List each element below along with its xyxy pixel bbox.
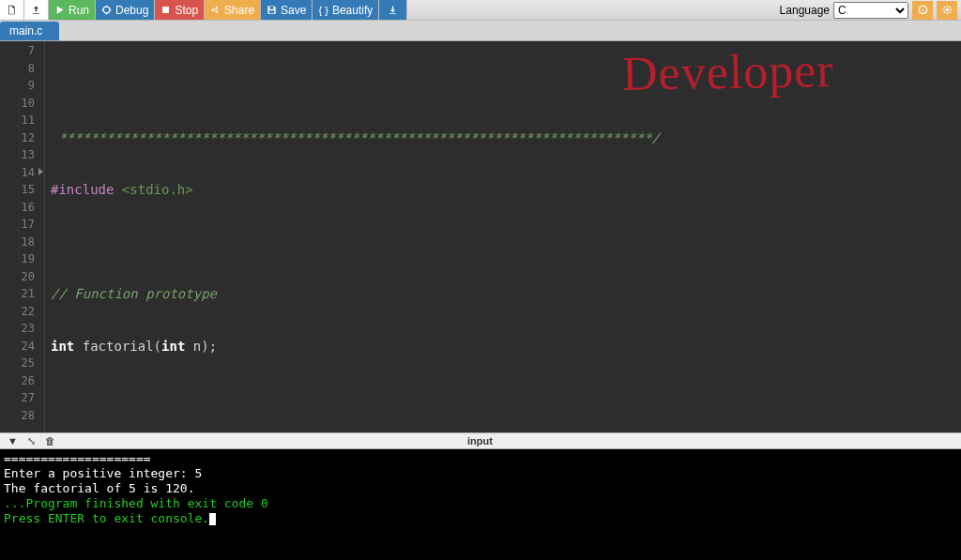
language-area: Language C i bbox=[776, 0, 961, 20]
beautify-button[interactable]: { }Beautify bbox=[313, 0, 379, 20]
tab-bar: main.c bbox=[0, 21, 961, 41]
stop-label: Stop bbox=[175, 4, 198, 17]
code-line bbox=[51, 77, 961, 95]
main-toolbar: Run Debug Stop Share Save { }Beautify La… bbox=[0, 0, 961, 21]
code-line bbox=[51, 234, 961, 251]
console-output[interactable]: ==================== Enter a positive in… bbox=[0, 449, 961, 560]
settings-button[interactable] bbox=[937, 1, 957, 20]
debug-label: Debug bbox=[115, 4, 148, 17]
debug-button[interactable]: Debug bbox=[96, 0, 155, 20]
svg-rect-3 bbox=[269, 10, 275, 13]
run-label: Run bbox=[69, 4, 89, 17]
expand-icon[interactable]: ⤡ bbox=[27, 435, 36, 447]
console-cursor bbox=[209, 513, 216, 525]
svg-point-0 bbox=[103, 7, 110, 13]
console-panel-header: ▼ ⤡ 🗑 input bbox=[0, 432, 961, 449]
tab-main-c[interactable]: main.c bbox=[0, 22, 59, 40]
console-line: ...Program finished with exit code 0 bbox=[4, 496, 957, 511]
console-line: Enter a positive integer: 5 bbox=[4, 466, 957, 481]
new-file-button[interactable] bbox=[0, 0, 24, 20]
info-button[interactable]: i bbox=[912, 1, 933, 20]
svg-rect-2 bbox=[270, 7, 274, 9]
save-label: Save bbox=[281, 4, 306, 17]
gutter: 78910111213 14151617181920 2122232425262… bbox=[0, 41, 45, 432]
clear-console-icon[interactable]: 🗑 bbox=[45, 435, 55, 447]
code-line bbox=[51, 389, 961, 407]
upload-button[interactable] bbox=[24, 0, 49, 20]
language-select[interactable]: C bbox=[833, 2, 908, 19]
share-button[interactable]: Share bbox=[205, 0, 261, 20]
svg-text:i: i bbox=[922, 7, 923, 13]
download-button[interactable] bbox=[379, 0, 407, 20]
console-line: Press ENTER to exit console. bbox=[4, 511, 209, 525]
code-line: ****************************************… bbox=[51, 130, 660, 145]
stop-button[interactable]: Stop bbox=[155, 0, 205, 20]
run-button[interactable]: Run bbox=[49, 0, 96, 20]
beautify-label: Beautify bbox=[332, 4, 373, 17]
toolbar-spacer bbox=[407, 0, 775, 20]
tab-label: main.c bbox=[9, 24, 42, 38]
language-label: Language bbox=[780, 4, 830, 17]
code-line: // Function prototype bbox=[51, 286, 217, 301]
code-token: #include bbox=[51, 182, 122, 197]
console-line: The factorial of 5 is 120. bbox=[4, 481, 957, 496]
share-label: Share bbox=[224, 4, 254, 17]
code-token: <stdio.h> bbox=[122, 182, 193, 197]
save-button[interactable]: Save bbox=[261, 0, 313, 20]
svg-rect-1 bbox=[162, 7, 169, 13]
panel-title: input bbox=[55, 435, 905, 446]
console-line: ==================== bbox=[4, 451, 957, 466]
svg-point-6 bbox=[945, 8, 948, 11]
collapse-icon[interactable]: ▼ bbox=[8, 435, 18, 447]
code-editor[interactable]: 78910111213 14151617181920 2122232425262… bbox=[0, 41, 961, 432]
code-area[interactable]: ****************************************… bbox=[45, 41, 961, 432]
